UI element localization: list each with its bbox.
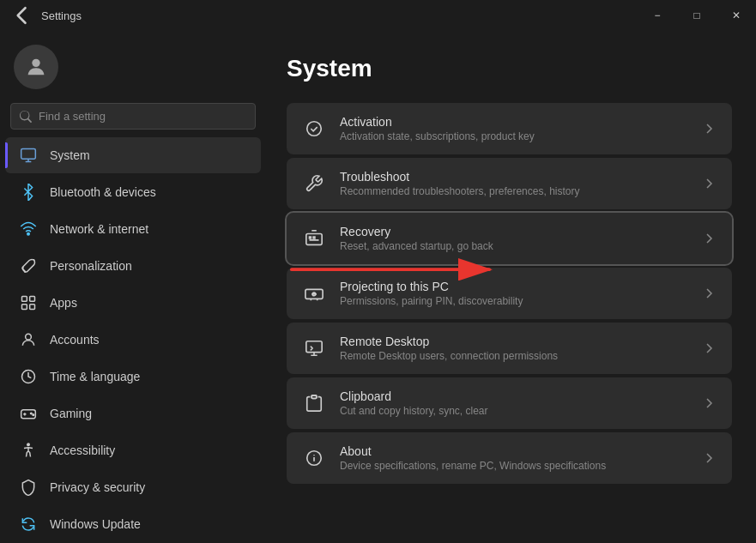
person-icon <box>19 330 38 349</box>
sidebar-label-bluetooth: Bluetooth & devices <box>50 185 156 199</box>
info-icon <box>302 446 326 470</box>
svg-point-2 <box>27 233 30 236</box>
sidebar-item-windows-update[interactable]: Windows Update <box>5 506 261 542</box>
sidebar-label-system: System <box>50 148 90 162</box>
settings-list: Activation Activation state, subscriptio… <box>287 103 732 484</box>
sidebar-item-bluetooth[interactable]: Bluetooth & devices <box>5 174 261 210</box>
checkmark-circle-icon <box>302 117 326 141</box>
sidebar-label-windows-update: Windows Update <box>50 517 141 531</box>
remote-desktop-title: Remote Desktop <box>340 335 689 348</box>
clipboard-text: Clipboard Cut and copy history, sync, cl… <box>340 389 689 417</box>
app-title: Settings <box>41 9 82 22</box>
svg-rect-1 <box>21 149 36 160</box>
sidebar-label-apps: Apps <box>50 296 77 310</box>
projector-icon <box>302 281 326 305</box>
troubleshoot-desc: Recommended troubleshooters, preferences… <box>340 185 689 197</box>
svg-rect-4 <box>30 297 35 302</box>
main-content: System Activation Activation state, subs… <box>266 31 756 508</box>
remote-icon <box>302 336 326 360</box>
clock-icon <box>19 367 38 386</box>
sidebar-label-accessibility: Accessibility <box>50 443 115 457</box>
svg-rect-14 <box>306 234 322 245</box>
clipboard-icon <box>302 391 326 415</box>
accessibility-icon <box>19 441 38 460</box>
settings-item-activation[interactable]: Activation Activation state, subscriptio… <box>287 103 732 154</box>
sidebar-item-apps[interactable]: Apps <box>5 285 261 321</box>
user-icon <box>24 55 48 79</box>
svg-rect-6 <box>30 305 35 310</box>
sidebar-label-gaming: Gaming <box>50 407 92 420</box>
gamepad-icon <box>19 404 38 423</box>
sidebar-item-system[interactable]: System <box>5 137 261 173</box>
recovery-icon <box>302 226 326 250</box>
sidebar-user <box>0 31 266 100</box>
minimize-button[interactable]: − <box>638 0 677 31</box>
settings-item-troubleshoot[interactable]: Troubleshoot Recommended troubleshooters… <box>287 158 732 209</box>
svg-point-7 <box>26 334 32 340</box>
troubleshoot-text: Troubleshoot Recommended troubleshooters… <box>340 170 689 197</box>
titlebar: Settings − □ ✕ <box>0 0 756 31</box>
recovery-chevron <box>703 232 717 245</box>
svg-rect-3 <box>22 297 27 302</box>
recovery-desc: Reset, advanced startup, go back <box>340 240 689 252</box>
projecting-desc: Permissions, pairing PIN, discoverabilit… <box>340 295 689 307</box>
activation-desc: Activation state, subscriptions, product… <box>340 130 689 142</box>
settings-item-clipboard[interactable]: Clipboard Cut and copy history, sync, cl… <box>287 377 732 429</box>
sidebar-label-privacy: Privacy & security <box>50 480 145 494</box>
close-button[interactable]: ✕ <box>717 0 756 31</box>
sidebar-item-accessibility[interactable]: Accessibility <box>5 432 261 468</box>
projecting-text: Projecting to this PC Permissions, pairi… <box>340 280 689 307</box>
back-button[interactable] <box>10 3 34 27</box>
avatar <box>14 45 58 89</box>
svg-point-12 <box>27 443 30 446</box>
troubleshoot-title: Troubleshoot <box>340 170 689 184</box>
nav-list: System Bluetooth & devices Network & int… <box>0 136 266 543</box>
sidebar-item-personalization[interactable]: Personalization <box>5 248 261 284</box>
wrench-icon <box>302 172 326 196</box>
activation-text: Activation Activation state, subscriptio… <box>340 115 689 142</box>
bluetooth-icon <box>19 183 38 202</box>
sidebar-item-network[interactable]: Network & internet <box>5 211 261 247</box>
svg-point-10 <box>31 413 33 414</box>
sidebar-label-personalization: Personalization <box>50 259 132 273</box>
sidebar-item-gaming[interactable]: Gaming <box>5 395 261 431</box>
clipboard-chevron <box>703 396 717 410</box>
titlebar-left: Settings <box>10 3 82 27</box>
sidebar-item-time[interactable]: Time & language <box>5 359 261 395</box>
refresh-icon <box>19 515 38 534</box>
remote-desktop-text: Remote Desktop Remote Desktop users, con… <box>340 335 689 362</box>
svg-rect-17 <box>306 341 322 353</box>
apps-icon <box>19 293 38 312</box>
svg-point-11 <box>33 414 34 416</box>
settings-item-recovery[interactable]: Recovery Reset, advanced startup, go bac… <box>287 213 732 264</box>
brush-icon <box>19 256 38 275</box>
svg-rect-5 <box>22 305 27 310</box>
about-chevron <box>703 451 717 465</box>
clipboard-title: Clipboard <box>340 389 689 403</box>
projecting-title: Projecting to this PC <box>340 280 689 293</box>
projecting-chevron <box>703 287 717 300</box>
app-body: System Bluetooth & devices Network & int… <box>0 31 756 543</box>
search-box[interactable] <box>10 103 256 130</box>
remote-desktop-chevron <box>703 341 717 355</box>
window-controls: − □ ✕ <box>638 0 756 31</box>
sidebar-label-network: Network & internet <box>50 222 148 236</box>
shield-icon <box>19 478 38 497</box>
settings-item-projecting[interactable]: Projecting to this PC Permissions, pairi… <box>287 268 732 319</box>
sidebar-item-accounts[interactable]: Accounts <box>5 322 261 358</box>
about-title: About <box>340 444 689 458</box>
settings-item-about[interactable]: About Device specifications, rename PC, … <box>287 432 732 484</box>
recovery-title: Recovery <box>340 225 689 238</box>
remote-desktop-desc: Remote Desktop users, connection permiss… <box>340 350 689 362</box>
sidebar-item-privacy[interactable]: Privacy & security <box>5 469 261 505</box>
maximize-button[interactable]: □ <box>677 0 717 31</box>
sidebar-label-accounts: Accounts <box>50 333 100 347</box>
svg-rect-19 <box>311 395 317 399</box>
troubleshoot-chevron <box>703 177 717 190</box>
activation-title: Activation <box>340 115 689 129</box>
activation-chevron <box>703 122 717 136</box>
recovery-text: Recovery Reset, advanced startup, go bac… <box>340 225 689 252</box>
search-input[interactable] <box>39 110 246 123</box>
settings-item-remote-desktop[interactable]: Remote Desktop Remote Desktop users, con… <box>287 323 732 374</box>
clipboard-desc: Cut and copy history, sync, clear <box>340 405 689 417</box>
